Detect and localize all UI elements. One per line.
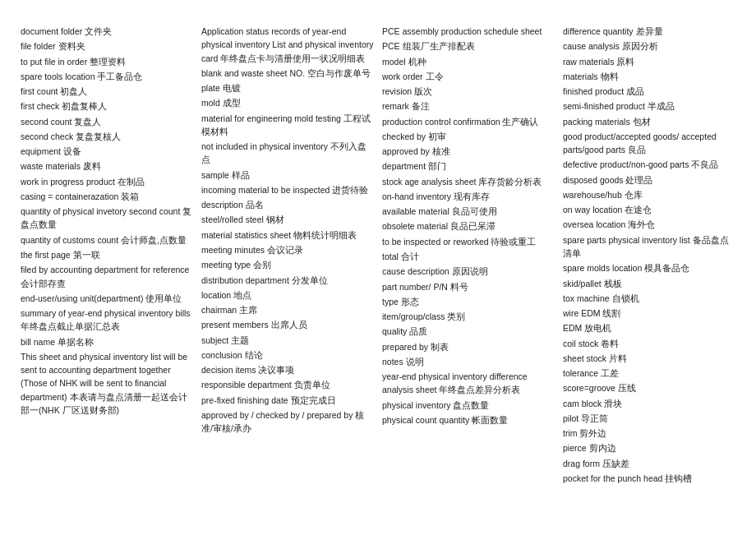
term-1-14: location 地点	[201, 288, 374, 302]
term-3-18: EDM 放电机	[563, 321, 735, 334]
term-1-19: decision items 决议事项	[201, 363, 374, 376]
term-2-7: checked by 初审	[382, 130, 555, 143]
term-3-0: difference quantity 差异量	[563, 25, 735, 38]
term-2-6: production control confirmation 生产确认	[382, 115, 555, 128]
term-3-13: spare parts physical inventory list 备品盘点…	[563, 233, 735, 261]
term-2-3: work order 工令	[382, 70, 555, 83]
term-1-0: Application status records of year-end p…	[201, 25, 374, 65]
term-0-16: end-user/using unit(department) 使用单位	[21, 292, 193, 305]
column-3: PCE assembly production schedule sheetPC…	[382, 25, 555, 485]
term-2-10: stock age analysis sheet 库存货龄分析表	[382, 175, 555, 188]
term-3-25: trim 剪外边	[563, 427, 735, 440]
term-1-6: sample 样品	[201, 168, 374, 182]
term-3-26: pierce 剪内边	[563, 441, 735, 454]
term-1-5: not included in physical inventory 不列入盘点	[201, 140, 374, 167]
column-2: Application status records of year-end p…	[201, 25, 374, 485]
term-3-9: disposed goods 处理品	[563, 173, 735, 187]
main-grid: document folder 文件夹file folder 资料夹to put…	[21, 25, 735, 485]
term-1-16: present members 出席人员	[201, 318, 374, 331]
term-2-24: physical inventory 盘点数量	[382, 399, 555, 412]
term-2-20: quality 品质	[382, 325, 555, 338]
term-1-10: material statistics sheet 物料统计明细表	[201, 228, 374, 242]
term-1-11: meeting minutes 会议记录	[201, 243, 374, 256]
term-0-14: the first page 第一联	[21, 248, 193, 261]
term-1-3: mold 成型	[201, 96, 374, 109]
term-3-11: on way location 在途仓	[563, 203, 735, 216]
term-2-25: physical count quantity 帐面数量	[382, 413, 555, 427]
term-0-19: This sheet and physical inventory list w…	[21, 350, 193, 417]
term-2-22: notes 说明	[382, 355, 555, 368]
term-0-7: second check 复盘复核人	[21, 130, 193, 143]
term-2-9: department 部门	[382, 159, 555, 173]
term-1-17: subject 主题	[201, 334, 374, 347]
term-2-2: model 机种	[382, 55, 555, 68]
term-1-4: material for engineering mold testing 工程…	[201, 112, 374, 139]
term-3-16: tox machine 自锁机	[563, 292, 735, 305]
term-2-13: obsolete material 良品已呆滞	[382, 219, 555, 233]
term-0-11: casing = containerazation 装箱	[21, 190, 193, 203]
term-1-9: steel/rolled steel 钢材	[201, 213, 374, 226]
term-0-1: file folder 资料夹	[21, 39, 193, 53]
term-1-8: description 品名	[201, 198, 374, 211]
term-2-11: on-hand inventory 现有库存	[382, 190, 555, 203]
term-3-10: warehouse/hub 仓库	[563, 188, 735, 201]
term-3-14: spare molds location 模具备品仓	[563, 261, 735, 274]
term-2-16: cause description 原因说明	[382, 265, 555, 278]
term-2-17: part number/ P/N 料号	[382, 280, 555, 293]
term-0-9: waste materials 废料	[21, 159, 193, 173]
term-3-21: tolerance 工差	[563, 367, 735, 380]
term-2-12: available material 良品可使用	[382, 205, 555, 218]
column-1: document folder 文件夹file folder 资料夹to put…	[21, 25, 193, 485]
term-0-12: quantity of physical invetory second cou…	[21, 205, 193, 232]
term-1-21: pre-fixed finishing date 预定完成日	[201, 394, 374, 407]
term-3-7: good product/accepted goods/ accepted pa…	[563, 130, 735, 157]
term-0-3: spare tools location 手工备品仓	[21, 70, 193, 83]
term-3-3: materials 物料	[563, 70, 735, 83]
term-1-15: chairman 主席	[201, 303, 374, 316]
term-0-5: first check 初盘复棒人	[21, 99, 193, 113]
term-2-5: remark 备注	[382, 99, 555, 113]
term-2-8: approved by 核准	[382, 145, 555, 158]
term-3-20: sheet stock 片料	[563, 352, 735, 365]
term-1-13: distribution department 分发单位	[201, 274, 374, 287]
term-1-2: plate 电镀	[201, 81, 374, 95]
term-3-24: pilot 导正筒	[563, 412, 735, 425]
term-3-19: coil stock 卷料	[563, 337, 735, 350]
term-3-6: packing materials 包材	[563, 115, 735, 128]
term-0-6: second count 复盘人	[21, 115, 193, 128]
term-1-7: incoming material to be inspected 进货待验	[201, 183, 374, 196]
term-3-23: cam block 滑块	[563, 397, 735, 410]
term-3-22: score=groove 压线	[563, 381, 735, 394]
term-0-18: bill name 单据名称	[21, 335, 193, 348]
term-0-4: first count 初盘人	[21, 85, 193, 98]
term-2-21: prepared by 制表	[382, 340, 555, 353]
term-2-4: revision 版次	[382, 85, 555, 98]
term-3-12: oversea location 海外仓	[563, 218, 735, 231]
term-3-1: cause analysis 原因分析	[563, 39, 735, 53]
term-3-8: defective product/non-good parts 不良品	[563, 158, 735, 171]
term-3-5: semi-finished product 半成品	[563, 99, 735, 113]
term-1-20: responsible department 负责单位	[201, 378, 374, 391]
term-2-18: type 形态	[382, 295, 555, 308]
term-3-15: skid/pallet 栈板	[563, 277, 735, 290]
term-1-18: conclusion 结论	[201, 348, 374, 362]
term-0-0: document folder 文件夹	[21, 25, 193, 38]
term-1-12: meeting type 会别	[201, 258, 374, 271]
term-2-14: to be inspected or reworked 待验或重工	[382, 235, 555, 248]
term-3-27: drag form 压缺差	[563, 457, 735, 470]
column-4: difference quantity 差异量cause analysis 原因…	[563, 25, 735, 485]
term-0-17: summary of year-end physical inventory b…	[21, 307, 193, 334]
term-1-1: blank and waste sheet NO. 空白与作废单号	[201, 67, 374, 80]
term-0-10: work in progress product 在制品	[21, 175, 193, 188]
term-2-15: total 合计	[382, 250, 555, 263]
term-3-4: finished product 成品	[563, 85, 735, 98]
term-3-17: wire EDM 线割	[563, 307, 735, 320]
term-2-1: PCE 组装厂生产排配表	[382, 39, 555, 53]
term-1-22: approved by / checked by / prepared by 核…	[201, 408, 374, 436]
term-2-23: year-end physical inventory difference a…	[382, 370, 555, 397]
term-0-15: filed by accounting department for refer…	[21, 263, 193, 290]
term-0-8: equipment 设备	[21, 145, 193, 158]
term-0-13: quantity of customs count 会计师盘,点数量	[21, 233, 193, 247]
term-0-2: to put file in order 整理资料	[21, 55, 193, 68]
term-3-28: pocket for the punch head 挂钩槽	[563, 472, 735, 485]
